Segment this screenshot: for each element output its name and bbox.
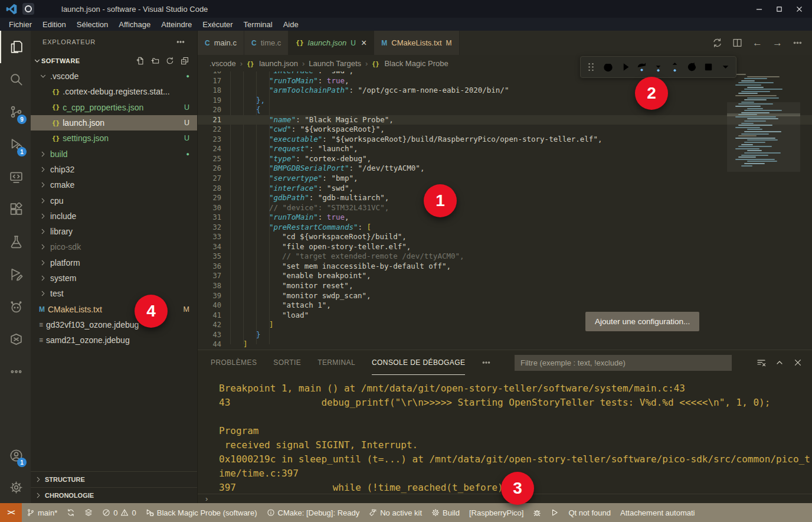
code-line-18[interactable]: 18"armToolchainPath": "/opt/gcc-arm-none… — [198, 86, 812, 96]
arrow-left-icon[interactable]: ← — [752, 38, 762, 48]
status-qt-status[interactable]: Qt not found — [564, 503, 615, 522]
tree-item-vscode[interactable]: .vscode● — [31, 68, 197, 84]
debug-stop-icon[interactable] — [703, 60, 714, 75]
new-folder-icon[interactable] — [151, 57, 159, 65]
status-launch-target[interactable] — [546, 503, 564, 522]
tab-launch-json[interactable]: {}launch.jsonU× — [289, 31, 374, 55]
tree-item-gd32vf103-ozone-jdebug[interactable]: ≡gd32vf103_ozone.jdebug — [31, 317, 197, 332]
breadcrumb-item-black-magic-probe[interactable]: {} Black Magic Probe — [372, 59, 448, 68]
tree-item-build[interactable]: build● — [31, 146, 197, 161]
code-line-42[interactable]: 42] — [198, 320, 812, 330]
tree-item-system[interactable]: system — [31, 270, 197, 286]
panel-more-icon[interactable] — [482, 358, 491, 367]
tree-item-chip32[interactable]: chip32 — [31, 162, 197, 177]
code-line-32[interactable]: 32"preRestartCommands": [ — [198, 223, 812, 233]
code-line-24[interactable]: 24"request": "launch", — [198, 144, 812, 154]
open-changes-icon[interactable] — [712, 38, 722, 48]
menu-ex-cuter[interactable]: Exécuter — [197, 20, 238, 29]
tree-item-c-cpp-properties-json[interactable]: {}c_cpp_properties.jsonU — [31, 100, 197, 115]
activity-settings[interactable] — [0, 471, 31, 503]
tree-item-cortex-debug-registers-stat[interactable]: {}.cortex-debug.registers.stat... — [31, 84, 197, 99]
activity-source-control[interactable]: 9 — [0, 96, 31, 128]
code-line-44[interactable]: 44] — [198, 340, 812, 350]
tree-item-pico-sdk[interactable]: pico-sdk — [31, 239, 197, 255]
code-line-20[interactable]: 20{ — [198, 105, 812, 115]
code-line-28[interactable]: 28"interface": "swd", — [198, 184, 812, 194]
activity-search[interactable] — [0, 63, 31, 96]
activity-cmake-tools[interactable] — [0, 258, 31, 291]
code-line-22[interactable]: 22"cwd": "${workspaceRoot}", — [198, 125, 812, 135]
menu-affichage[interactable]: Affichage — [113, 20, 156, 29]
status-cmake-build[interactable]: Build — [427, 503, 464, 522]
debug-chevron-down-icon[interactable] — [720, 60, 731, 75]
menu-terminal[interactable]: Terminal — [238, 20, 278, 29]
status-cmake-status[interactable]: CMake: [Debug]: Ready — [262, 503, 365, 522]
close-icon[interactable]: × — [361, 38, 366, 48]
minimap[interactable] — [727, 71, 800, 207]
activity-more-views[interactable] — [0, 355, 31, 388]
activity-box-extension[interactable] — [0, 323, 31, 355]
minimap-slider[interactable] — [727, 102, 800, 172]
menu-fichier[interactable]: Fichier — [4, 20, 37, 29]
panel-tab-console-de-d-bogage[interactable]: CONSOLE DE DÉBOGAGE — [372, 350, 465, 375]
tab-cmakelists-txt[interactable]: MCMakeLists.txtM — [374, 31, 459, 55]
code-line-43[interactable]: 43} — [198, 330, 812, 340]
status-debug-target[interactable] — [528, 503, 546, 522]
tree-item-cmake[interactable]: cmake — [31, 177, 197, 193]
activity-robot-extension[interactable] — [0, 291, 31, 323]
outline-section[interactable]: STRUCTURE — [31, 471, 197, 487]
code-line-37[interactable]: 37"enable breakpoint", — [198, 271, 812, 281]
code-line-38[interactable]: 38"monitor reset", — [198, 281, 812, 291]
add-configuration-button[interactable]: Ajouter une configuration... — [585, 312, 699, 331]
code-line-26[interactable]: 26"BMPGDBSerialPort": "/dev/ttyACM0", — [198, 164, 812, 174]
code-line-19[interactable]: 19}, — [198, 96, 812, 106]
status-cmake-kit[interactable]: No active kit — [364, 503, 427, 522]
tree-item-cmakelists-txt[interactable]: MCMakeLists.txtM — [31, 301, 197, 317]
tree-item-samd21-ozone-jdebug[interactable]: ≡samd21_ozone.jdebug — [31, 332, 197, 348]
status-auto-attach[interactable]: Attachement automati — [615, 503, 699, 522]
debug-step-out-icon[interactable] — [669, 60, 680, 75]
tree-item-library[interactable]: library — [31, 224, 197, 239]
code-line-21[interactable]: 21"name": "Black Magic Probe", — [198, 115, 812, 125]
activity-explorer[interactable] — [0, 31, 31, 63]
status-compare-changes[interactable] — [80, 503, 97, 522]
remote-indicator[interactable]: >< — [0, 503, 22, 522]
status-problems[interactable]: 00 — [97, 503, 140, 522]
tree-item-cpu[interactable]: cpu — [31, 193, 197, 208]
debug-gripper-icon[interactable] — [585, 60, 597, 75]
maximize-button[interactable] — [772, 4, 786, 14]
activity-extensions[interactable] — [0, 193, 31, 226]
new-file-icon[interactable] — [136, 57, 145, 65]
sidebar-more-icon[interactable] — [176, 37, 185, 47]
tree-item-platform[interactable]: platform — [31, 255, 197, 270]
code-line-23[interactable]: 23"executable": "${workspaceRoot}/build/… — [198, 135, 812, 145]
status-build-target[interactable]: [RaspberryPico] — [464, 503, 528, 522]
tab-time-c[interactable]: Ctime.c — [244, 31, 289, 55]
panel-tab-terminal[interactable]: TERMINAL — [317, 350, 355, 375]
status-debug-configuration[interactable]: Black Magic Probe (software) — [141, 503, 262, 522]
ellipsis-icon[interactable] — [793, 38, 803, 48]
menu-atteindre[interactable]: Atteindre — [156, 20, 197, 29]
status-sync-changes[interactable] — [62, 503, 80, 522]
code-line-30[interactable]: 30// "device": "STM32L431VC", — [198, 203, 812, 213]
minimize-button[interactable] — [752, 4, 766, 14]
code-line-31[interactable]: 31"runToMain": true, — [198, 213, 812, 223]
tree-item-include[interactable]: include — [31, 208, 197, 224]
chevron-up-icon[interactable] — [775, 358, 784, 367]
debug-power-icon[interactable] — [602, 60, 613, 75]
close-icon[interactable] — [793, 358, 803, 367]
debug-step-into-icon[interactable] — [653, 60, 664, 75]
menu-s-lection[interactable]: Sélection — [71, 20, 113, 29]
breadcrumb-item-launch-targets[interactable]: Launch Targets — [309, 59, 361, 68]
code-line-35[interactable]: 35// "target extended-remote /dev/ttyACM… — [198, 252, 812, 262]
menu-aide[interactable]: Aide — [278, 20, 304, 29]
code-line-36[interactable]: 36"set mem inaccessible-by-default off", — [198, 262, 812, 272]
breadcrumb-item-launch-json[interactable]: {} launch.json — [247, 59, 298, 68]
arrow-right-icon[interactable]: → — [772, 38, 782, 48]
activity-testing[interactable] — [0, 226, 31, 258]
close-window-button[interactable] — [792, 4, 806, 14]
code-line-39[interactable]: 39"monitor swdp_scan", — [198, 291, 812, 301]
code-line-33[interactable]: 33"cd ${workspaceRoot}/build", — [198, 232, 812, 242]
code-line-41[interactable]: 41"load" — [198, 311, 812, 321]
code-line-40[interactable]: 40"attach 1", — [198, 301, 812, 311]
